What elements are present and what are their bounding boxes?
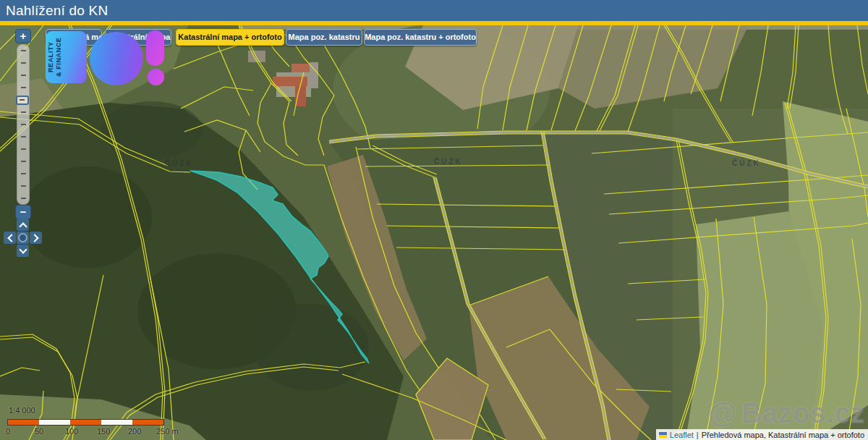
chevron-up-icon — [19, 222, 27, 230]
pan-up-button[interactable] — [17, 219, 29, 231]
zoom-tick — [21, 124, 26, 125]
scale-bar: 1:4 000 0 50 100 150 200 250 m — [6, 406, 179, 439]
zoom-in-button[interactable]: + — [15, 29, 31, 43]
zoom-tick — [21, 198, 26, 199]
center-circle-icon — [18, 233, 27, 242]
scale-ratio: 1:4 000 — [9, 406, 35, 415]
at-symbol: @ — [708, 397, 737, 428]
zoom-slider-handle[interactable] — [16, 96, 29, 105]
scale-label: 200 — [128, 427, 141, 436]
zoom-tick — [21, 161, 26, 162]
scale-label: 100 — [65, 427, 78, 436]
zoom-tick — [21, 87, 26, 88]
flag-icon — [659, 432, 667, 438]
pan-down-button[interactable] — [17, 245, 29, 257]
attribution-layers: Přehledová mapa, Katastrální mapa + orto… — [702, 431, 864, 439]
tab-label: Katastrální mapa — [106, 33, 171, 41]
zoom-tick — [20, 99, 25, 101]
tab-mapa-poz-katastru-ortofoto[interactable]: Mapa poz. katastru + ortofoto — [364, 29, 477, 46]
scale-segments — [7, 419, 164, 426]
pan-right-button[interactable] — [30, 232, 42, 244]
scale-segment — [132, 420, 163, 425]
attribution-bar: Leaflet | Přehledová mapa, Katastrální m… — [656, 429, 868, 440]
map-canvas[interactable]: ČÚZK ČÚZK ČÚZK — [0, 25, 868, 440]
page-title: Nahlížení do KN — [0, 0, 868, 21]
tab-label: Mapa poz. katastru — [288, 33, 359, 41]
zoom-tick — [21, 50, 26, 51]
tab-label: Přehledová mapa — [46, 33, 102, 41]
zoom-tick — [21, 173, 26, 174]
zoom-tick — [21, 136, 26, 138]
tab-mapa-poz-katastru[interactable]: Mapa poz. katastru — [286, 29, 362, 46]
zoom-tick — [21, 148, 26, 150]
cuzk-watermark: ČÚZK — [165, 158, 194, 167]
scale-label: 50 — [35, 427, 43, 436]
scale-segment — [39, 420, 70, 425]
cuzk-watermark: ČÚZK — [434, 157, 463, 166]
bazos-watermark: @Bazos.cz — [708, 397, 865, 429]
scale-segment — [101, 420, 132, 425]
zoom-tick — [21, 185, 26, 187]
pan-center-button[interactable] — [17, 232, 29, 244]
chevron-right-icon — [30, 234, 38, 242]
chevron-down-icon — [19, 245, 27, 253]
scale-segment — [70, 420, 101, 425]
attribution-separator: | — [697, 431, 699, 439]
cuzk-watermark: ČÚZK — [732, 158, 761, 167]
zoom-tick — [21, 111, 26, 113]
tab-prehledova-mapa[interactable]: Přehledová mapa — [46, 29, 102, 46]
tab-label: Mapa poz. katastru + ortofoto — [365, 33, 476, 41]
zoom-tick — [21, 62, 26, 64]
scale-label: 0 — [6, 427, 10, 436]
scale-label: 150 — [97, 427, 110, 436]
map-viewport[interactable]: ČÚZK ČÚZK ČÚZK Přehledová mapa Katastrál… — [0, 25, 868, 440]
zoom-tick — [21, 75, 26, 76]
zoom-slider-track[interactable] — [17, 44, 30, 205]
leaflet-link[interactable]: Leaflet — [670, 431, 694, 439]
zoom-out-button[interactable]: − — [15, 205, 31, 219]
bazos-watermark-text: Bazos.cz — [741, 398, 865, 428]
app-window: Nahlížení do KN — [0, 0, 868, 440]
tab-katastralni-mapa[interactable]: Katastrální mapa — [105, 29, 171, 46]
scale-segment — [8, 420, 39, 425]
pan-left-button[interactable] — [4, 232, 16, 244]
scale-label: 250 m — [156, 427, 179, 436]
pan-compass — [4, 219, 42, 257]
tab-katastralni-mapa-ortofoto[interactable]: Katastrální mapa + ortofoto — [176, 29, 284, 46]
chevron-left-icon — [7, 234, 15, 242]
tab-label: Katastrální mapa + ortofoto — [178, 33, 281, 41]
title-bar: Nahlížení do KN — [0, 0, 868, 21]
